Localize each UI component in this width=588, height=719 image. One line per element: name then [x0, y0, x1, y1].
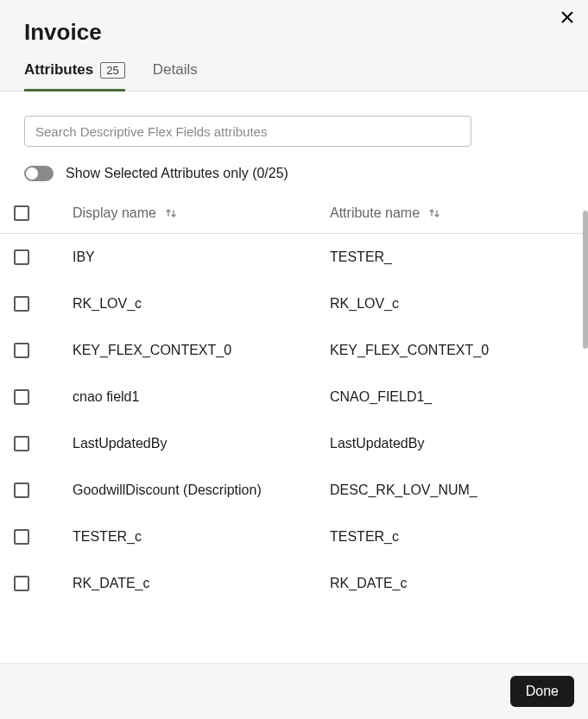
column-attribute-label: Attribute name [330, 205, 420, 221]
toggle-label: Show Selected Attributes only (0/25) [66, 166, 288, 181]
tab-details-label: Details [153, 61, 198, 79]
display-name-cell: RK_LOV_c [73, 296, 142, 312]
display-name-cell: KEY_FLEX_CONTEXT_0 [73, 343, 231, 358]
display-name-cell: cnao field1 [73, 389, 139, 405]
done-button[interactable]: Done [510, 676, 574, 707]
close-button[interactable] [557, 7, 578, 28]
row-checkbox[interactable] [14, 576, 29, 591]
show-selected-toggle[interactable] [24, 166, 54, 181]
attribute-name-cell: RK_LOV_c [330, 296, 399, 312]
table-row: GoodwillDiscount (Description)DESC_RK_LO… [0, 467, 588, 514]
select-all-checkbox[interactable] [14, 205, 29, 221]
display-name-cell: RK_DATE_c [73, 576, 150, 591]
attribute-name-cell: CNAO_FIELD1_ [330, 389, 432, 405]
table-row: LastUpdatedByLastUpdatedBy [0, 420, 588, 467]
row-checkbox[interactable] [14, 343, 29, 358]
close-icon [560, 10, 574, 24]
attribute-name-cell: TESTER_ [330, 249, 392, 265]
sort-icon [165, 207, 177, 219]
column-display-label: Display name [73, 205, 156, 221]
tab-attributes-label: Attributes [24, 61, 93, 79]
scrollbar[interactable] [583, 211, 588, 349]
row-checkbox[interactable] [14, 389, 29, 405]
search-input[interactable] [24, 116, 471, 147]
table-row: cnao field1CNAO_FIELD1_ [0, 374, 588, 420]
display-name-cell: LastUpdatedBy [73, 436, 167, 451]
page-title: Invoice [0, 0, 588, 61]
row-checkbox[interactable] [14, 436, 29, 451]
table-row: TESTER_cTESTER_c [0, 514, 588, 560]
attribute-name-cell: KEY_FLEX_CONTEXT_0 [330, 343, 489, 358]
sort-icon [428, 207, 440, 219]
column-header-attribute[interactable]: Attribute name [330, 205, 588, 221]
tab-details[interactable]: Details [153, 61, 198, 91]
tab-attributes-badge: 25 [100, 62, 124, 79]
table-row: KEY_FLEX_CONTEXT_0KEY_FLEX_CONTEXT_0 [0, 327, 588, 374]
attribute-name-cell: RK_DATE_c [330, 576, 408, 591]
table-row: RK_LOV_cRK_LOV_c [0, 281, 588, 327]
display-name-cell: TESTER_c [73, 529, 142, 545]
row-checkbox[interactable] [14, 296, 29, 312]
toggle-knob [26, 167, 38, 180]
tabs: Attributes 25 Details [0, 61, 588, 91]
table-row: IBYTESTER_ [0, 234, 588, 281]
table-row: RK_DATE_cRK_DATE_c [0, 560, 588, 607]
tab-attributes[interactable]: Attributes 25 [24, 61, 125, 91]
display-name-cell: IBY [73, 249, 95, 265]
row-checkbox[interactable] [14, 529, 29, 545]
table-header: Display name Attribute name [0, 197, 588, 234]
column-header-display[interactable]: Display name [73, 205, 330, 221]
attribute-name-cell: TESTER_c [330, 529, 399, 545]
row-checkbox[interactable] [14, 249, 29, 265]
row-checkbox[interactable] [14, 482, 29, 498]
attribute-name-cell: LastUpdatedBy [330, 436, 424, 451]
attribute-name-cell: DESC_RK_LOV_NUM_ [330, 482, 477, 498]
display-name-cell: GoodwillDiscount (Description) [73, 482, 262, 498]
